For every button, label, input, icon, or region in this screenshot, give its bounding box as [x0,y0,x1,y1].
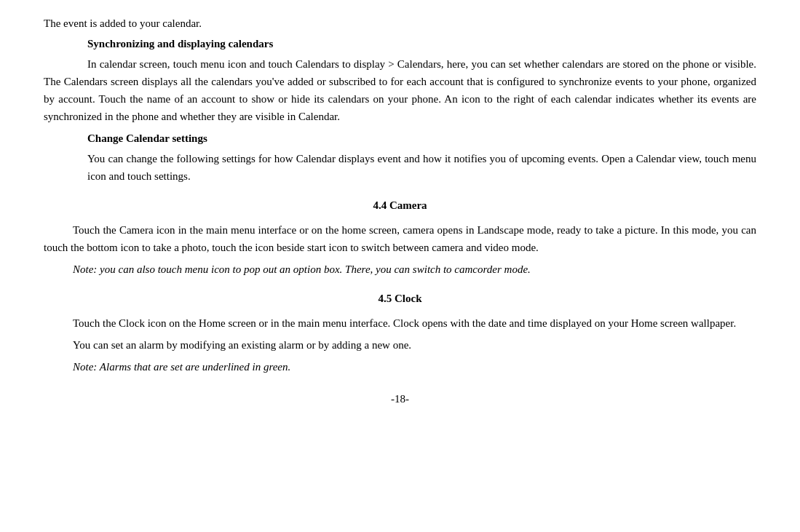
sync-body: In calendar screen, touch menu icon and … [44,55,756,125]
camera-note: Note: you can also touch menu icon to po… [44,261,756,278]
top-paragraph: The event is added to your calendar. [44,15,756,32]
page-number: -18- [44,390,756,408]
clock-body2: You can set an alarm by modifying an exi… [44,336,756,354]
section-4-5-heading: 4.5 Clock [44,290,756,307]
change-heading: Change Calendar settings [87,130,756,147]
clock-note: Note: Alarms that are set are underlined… [44,358,756,376]
camera-body: Touch the Camera icon in the main menu i… [44,221,756,256]
change-body: You can change the following settings fo… [87,150,756,185]
section-4-4-heading: 4.4 Camera [44,196,756,214]
clock-body: Touch the Clock icon on the Home screen … [44,314,756,332]
sync-heading: Synchronizing and displaying calendars [87,35,756,52]
page-content: The event is added to your calendar. Syn… [44,15,756,408]
